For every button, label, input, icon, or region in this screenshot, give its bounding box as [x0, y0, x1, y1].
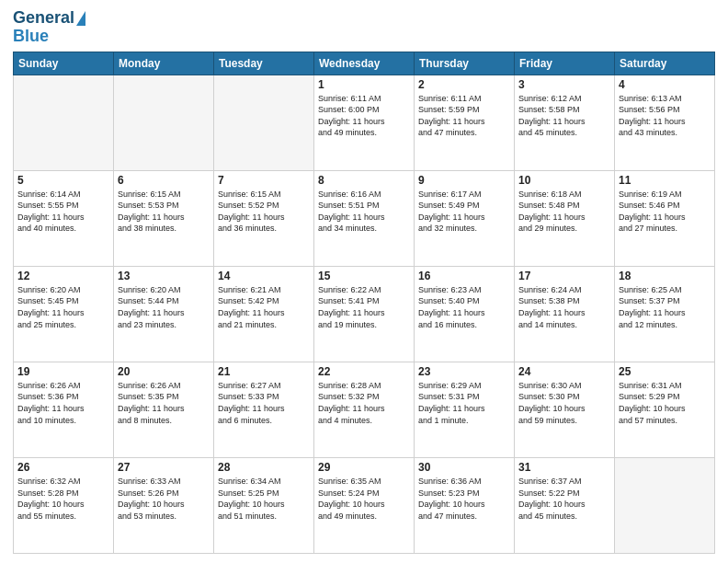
day-header-sunday: Sunday [14, 52, 114, 75]
day-number: 25 [619, 365, 711, 378]
day-info: Sunrise: 6:15 AM Sunset: 5:53 PM Dayligh… [118, 189, 210, 235]
calendar-cell [615, 457, 715, 553]
day-header-friday: Friday [515, 52, 615, 75]
calendar-cell: 17Sunrise: 6:24 AM Sunset: 5:38 PM Dayli… [515, 266, 615, 362]
calendar-cell: 31Sunrise: 6:37 AM Sunset: 5:22 PM Dayli… [515, 457, 615, 553]
calendar-cell: 2Sunrise: 6:11 AM Sunset: 5:59 PM Daylig… [415, 75, 515, 170]
logo: General Blue [13, 9, 85, 46]
calendar-cell [114, 75, 214, 170]
day-info: Sunrise: 6:16 AM Sunset: 5:51 PM Dayligh… [318, 189, 410, 235]
calendar-cell [214, 75, 314, 170]
day-header-monday: Monday [114, 52, 214, 75]
day-header-wednesday: Wednesday [314, 52, 415, 75]
day-info: Sunrise: 6:32 AM Sunset: 5:28 PM Dayligh… [17, 476, 109, 522]
calendar-cell: 7Sunrise: 6:15 AM Sunset: 5:52 PM Daylig… [214, 170, 314, 266]
calendar-cell: 16Sunrise: 6:23 AM Sunset: 5:40 PM Dayli… [415, 266, 515, 362]
day-number: 16 [418, 270, 510, 282]
calendar-cell: 19Sunrise: 6:26 AM Sunset: 5:36 PM Dayli… [14, 362, 114, 457]
calendar-cell: 18Sunrise: 6:25 AM Sunset: 5:37 PM Dayli… [615, 266, 715, 362]
calendar-cell: 3Sunrise: 6:12 AM Sunset: 5:58 PM Daylig… [515, 75, 615, 170]
day-info: Sunrise: 6:36 AM Sunset: 5:23 PM Dayligh… [418, 476, 510, 522]
day-number: 6 [118, 174, 210, 187]
day-number: 10 [518, 174, 610, 187]
day-info: Sunrise: 6:11 AM Sunset: 5:59 PM Dayligh… [418, 93, 510, 139]
page-container: General Blue SundayMondayTuesdayWednesda… [0, 0, 728, 563]
calendar-cell: 21Sunrise: 6:27 AM Sunset: 5:33 PM Dayli… [214, 362, 314, 457]
calendar-cell: 5Sunrise: 6:14 AM Sunset: 5:55 PM Daylig… [14, 170, 114, 266]
logo-text-blue: Blue [13, 28, 49, 46]
day-number: 9 [418, 174, 510, 187]
day-number: 5 [17, 174, 109, 187]
day-info: Sunrise: 6:23 AM Sunset: 5:40 PM Dayligh… [418, 284, 510, 330]
calendar-cell: 1Sunrise: 6:11 AM Sunset: 6:00 PM Daylig… [314, 75, 415, 170]
header: General Blue [13, 9, 715, 46]
calendar-cell: 12Sunrise: 6:20 AM Sunset: 5:45 PM Dayli… [14, 266, 114, 362]
day-info: Sunrise: 6:12 AM Sunset: 5:58 PM Dayligh… [518, 93, 610, 139]
day-header-tuesday: Tuesday [214, 52, 314, 75]
day-info: Sunrise: 6:13 AM Sunset: 5:56 PM Dayligh… [619, 93, 711, 139]
day-number: 22 [318, 365, 410, 378]
calendar-cell: 24Sunrise: 6:30 AM Sunset: 5:30 PM Dayli… [515, 362, 615, 457]
calendar-cell: 11Sunrise: 6:19 AM Sunset: 5:46 PM Dayli… [615, 170, 715, 266]
day-number: 17 [518, 270, 610, 282]
calendar-cell: 25Sunrise: 6:31 AM Sunset: 5:29 PM Dayli… [615, 362, 715, 457]
calendar-cell: 4Sunrise: 6:13 AM Sunset: 5:56 PM Daylig… [615, 75, 715, 170]
day-number: 8 [318, 174, 410, 187]
calendar-cell: 23Sunrise: 6:29 AM Sunset: 5:31 PM Dayli… [415, 362, 515, 457]
calendar-cell: 20Sunrise: 6:26 AM Sunset: 5:35 PM Dayli… [114, 362, 214, 457]
day-number: 3 [518, 78, 610, 91]
day-info: Sunrise: 6:30 AM Sunset: 5:30 PM Dayligh… [518, 380, 610, 426]
logo-text-general: General [13, 9, 74, 28]
day-info: Sunrise: 6:29 AM Sunset: 5:31 PM Dayligh… [418, 380, 510, 426]
day-number: 4 [619, 78, 711, 91]
day-number: 7 [218, 174, 310, 187]
calendar-table: SundayMondayTuesdayWednesdayThursdayFrid… [13, 52, 715, 554]
day-header-saturday: Saturday [615, 52, 715, 75]
calendar-cell: 15Sunrise: 6:22 AM Sunset: 5:41 PM Dayli… [314, 266, 415, 362]
day-info: Sunrise: 6:21 AM Sunset: 5:42 PM Dayligh… [218, 284, 310, 330]
day-number: 15 [318, 270, 410, 282]
day-info: Sunrise: 6:24 AM Sunset: 5:38 PM Dayligh… [518, 284, 610, 330]
day-info: Sunrise: 6:35 AM Sunset: 5:24 PM Dayligh… [318, 476, 410, 522]
day-info: Sunrise: 6:33 AM Sunset: 5:26 PM Dayligh… [118, 476, 210, 522]
day-info: Sunrise: 6:22 AM Sunset: 5:41 PM Dayligh… [318, 284, 410, 330]
calendar-cell: 10Sunrise: 6:18 AM Sunset: 5:48 PM Dayli… [515, 170, 615, 266]
calendar-cell: 30Sunrise: 6:36 AM Sunset: 5:23 PM Dayli… [415, 457, 515, 553]
day-number: 19 [17, 365, 109, 378]
day-number: 12 [17, 270, 109, 282]
calendar-cell: 28Sunrise: 6:34 AM Sunset: 5:25 PM Dayli… [214, 457, 314, 553]
day-info: Sunrise: 6:19 AM Sunset: 5:46 PM Dayligh… [619, 189, 711, 235]
day-info: Sunrise: 6:26 AM Sunset: 5:36 PM Dayligh… [17, 380, 109, 426]
calendar-cell: 8Sunrise: 6:16 AM Sunset: 5:51 PM Daylig… [314, 170, 415, 266]
day-number: 24 [518, 365, 610, 378]
day-number: 30 [418, 461, 510, 474]
day-number: 28 [218, 461, 310, 474]
day-number: 27 [118, 461, 210, 474]
day-info: Sunrise: 6:34 AM Sunset: 5:25 PM Dayligh… [218, 476, 310, 522]
day-number: 20 [118, 365, 210, 378]
day-number: 14 [218, 270, 310, 282]
day-number: 29 [318, 461, 410, 474]
calendar-cell [14, 75, 114, 170]
day-number: 1 [318, 78, 410, 91]
day-number: 23 [418, 365, 510, 378]
day-number: 26 [17, 461, 109, 474]
day-info: Sunrise: 6:31 AM Sunset: 5:29 PM Dayligh… [619, 380, 711, 426]
day-number: 13 [118, 270, 210, 282]
calendar-cell: 14Sunrise: 6:21 AM Sunset: 5:42 PM Dayli… [214, 266, 314, 362]
day-info: Sunrise: 6:18 AM Sunset: 5:48 PM Dayligh… [518, 189, 610, 235]
day-info: Sunrise: 6:14 AM Sunset: 5:55 PM Dayligh… [17, 189, 109, 235]
day-info: Sunrise: 6:27 AM Sunset: 5:33 PM Dayligh… [218, 380, 310, 426]
calendar-cell: 22Sunrise: 6:28 AM Sunset: 5:32 PM Dayli… [314, 362, 415, 457]
day-info: Sunrise: 6:17 AM Sunset: 5:49 PM Dayligh… [418, 189, 510, 235]
day-info: Sunrise: 6:20 AM Sunset: 5:44 PM Dayligh… [118, 284, 210, 330]
calendar-cell: 9Sunrise: 6:17 AM Sunset: 5:49 PM Daylig… [415, 170, 515, 266]
day-info: Sunrise: 6:26 AM Sunset: 5:35 PM Dayligh… [118, 380, 210, 426]
day-info: Sunrise: 6:11 AM Sunset: 6:00 PM Dayligh… [318, 93, 410, 139]
logo-triangle-icon [76, 11, 85, 26]
calendar-cell: 26Sunrise: 6:32 AM Sunset: 5:28 PM Dayli… [14, 457, 114, 553]
calendar-cell: 29Sunrise: 6:35 AM Sunset: 5:24 PM Dayli… [314, 457, 415, 553]
day-header-thursday: Thursday [415, 52, 515, 75]
day-info: Sunrise: 6:25 AM Sunset: 5:37 PM Dayligh… [619, 284, 711, 330]
day-number: 2 [418, 78, 510, 91]
